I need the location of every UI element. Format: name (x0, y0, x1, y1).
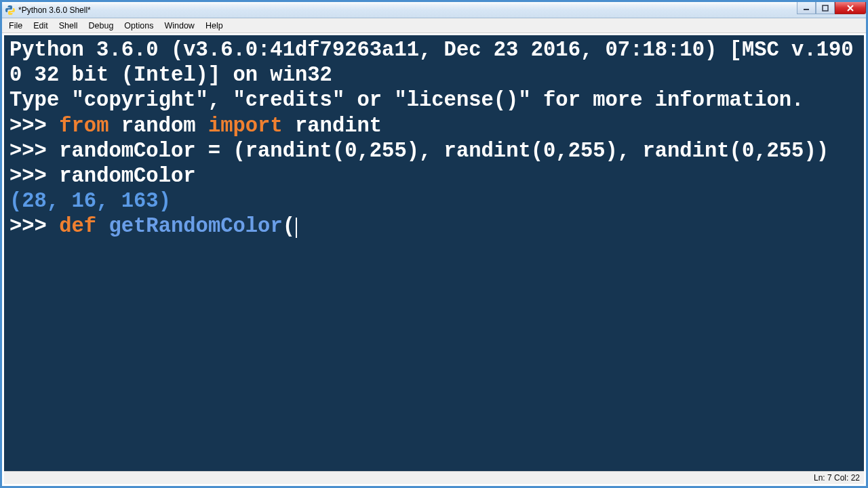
menu-shell[interactable]: Shell (54, 20, 83, 32)
minimize-button[interactable] (797, 2, 816, 14)
output-line: (28, 16, 163) (9, 190, 171, 213)
maximize-button[interactable] (816, 2, 835, 14)
function-name: getRandomColor (108, 215, 282, 238)
menubar: File Edit Shell Debug Options Window Hel… (2, 18, 866, 33)
window-controls (797, 2, 866, 16)
close-icon (846, 5, 854, 12)
prompt: >>> (9, 215, 59, 238)
menu-edit[interactable]: Edit (28, 20, 54, 32)
prompt: >>> (9, 115, 59, 138)
module-name: random (108, 115, 208, 138)
python-icon (5, 5, 16, 16)
menu-debug[interactable]: Debug (83, 20, 119, 32)
svg-rect-1 (823, 5, 828, 11)
prompt: >>> (9, 140, 59, 163)
keyword-import: import (208, 115, 283, 138)
maximize-icon (822, 5, 829, 12)
titlebar[interactable]: *Python 3.6.0 Shell* (2, 2, 866, 18)
code-line: randomColor = (randint(0,255), randint(0… (59, 140, 829, 163)
menu-file[interactable]: File (3, 20, 28, 32)
paren: ( (283, 215, 295, 238)
shell-output-area[interactable]: Python 3.6.0 (v3.6.0:41df79263a11, Dec 2… (4, 35, 864, 471)
menu-help[interactable]: Help (200, 20, 229, 32)
svg-rect-0 (804, 9, 809, 10)
menu-options[interactable]: Options (119, 20, 159, 32)
close-button[interactable] (835, 2, 866, 14)
import-name: randint (283, 115, 382, 138)
minimize-icon (803, 5, 810, 12)
cursor-position: Ln: 7 Col: 22 (814, 473, 860, 483)
window-title: *Python 3.6.0 Shell* (18, 5, 91, 15)
prompt: >>> (9, 165, 59, 188)
banner-line-2: Type "copyright", "credits" or "license(… (9, 89, 804, 112)
text-cursor (296, 218, 297, 239)
statusbar: Ln: 7 Col: 22 (4, 471, 864, 484)
keyword-from: from (59, 115, 108, 138)
banner-line-1: Python 3.6.0 (v3.6.0:41df79263a11, Dec 2… (9, 39, 854, 87)
keyword-def: def (59, 215, 96, 238)
menu-window[interactable]: Window (159, 20, 199, 32)
space (96, 215, 108, 238)
code-line: randomColor (59, 165, 195, 188)
